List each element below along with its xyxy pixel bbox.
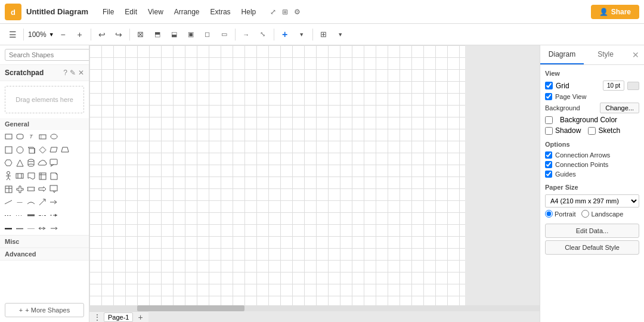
bg-color-checkbox[interactable]: [545, 116, 553, 124]
shape-callout2[interactable]: [49, 184, 58, 194]
shape-triangle[interactable]: [15, 158, 24, 168]
shape-ellipse[interactable]: [49, 132, 58, 141]
portrait-label[interactable]: Portrait: [545, 210, 575, 218]
grid-color-swatch[interactable]: [627, 82, 639, 90]
h-scrollbar-thumb[interactable]: [137, 305, 244, 311]
insert-chevron[interactable]: ▼: [294, 27, 309, 42]
waypoint-button[interactable]: ⤡: [255, 27, 271, 42]
shape-arrow3[interactable]: [49, 210, 58, 220]
shape-hexagon[interactable]: [4, 158, 13, 168]
shape-process[interactable]: [15, 171, 24, 181]
shape-dotted-line[interactable]: [15, 210, 24, 220]
shape-thick-black[interactable]: [4, 224, 13, 233]
scratchpad-help-icon[interactable]: ?: [63, 69, 67, 77]
portrait-radio[interactable]: [545, 210, 553, 218]
shape-cloud[interactable]: [38, 158, 47, 168]
fullscreen-icon[interactable]: ⤢: [268, 7, 278, 17]
delete-button[interactable]: ⊠: [133, 27, 148, 42]
format-icon[interactable]: ⊞: [280, 7, 290, 17]
menu-arrange[interactable]: Arrange: [169, 5, 205, 18]
sketch-checkbox[interactable]: [588, 127, 596, 135]
canvas-area[interactable]: ⋮ Page-1 +: [89, 45, 540, 322]
canvas-inner[interactable]: [89, 45, 540, 311]
grid-checkbox[interactable]: [545, 82, 553, 89]
shape-callout[interactable]: [49, 158, 58, 168]
landscape-radio[interactable]: [581, 210, 589, 218]
page-menu-icon[interactable]: ⋮: [93, 312, 101, 322]
shape-arrow-right[interactable]: [38, 184, 47, 194]
tab-diagram[interactable]: Diagram: [540, 45, 584, 64]
shape-bidirect[interactable]: [49, 224, 58, 233]
more-shapes-button[interactable]: + + More Shapes: [5, 303, 84, 317]
category-misc-header[interactable]: Misc: [0, 236, 89, 247]
shape-actor[interactable]: [4, 171, 13, 181]
connection-arrows-checkbox[interactable]: [545, 151, 552, 159]
scratchpad-edit-icon[interactable]: ✎: [70, 69, 76, 77]
edit-data-button[interactable]: Edit Data...: [545, 224, 639, 238]
zoom-in-button[interactable]: +: [72, 27, 88, 42]
share-button[interactable]: 👤 Share: [591, 5, 639, 19]
shape-arrow-right2[interactable]: [49, 197, 58, 207]
shape-trapezoid[interactable]: [60, 145, 70, 154]
menu-extras[interactable]: Extras: [206, 5, 236, 18]
page-tab[interactable]: Page-1: [104, 312, 133, 322]
shape-arrow-diag[interactable]: [38, 197, 47, 207]
grid-canvas[interactable]: [89, 45, 465, 311]
table-chevron[interactable]: ▼: [333, 27, 348, 42]
menu-edit[interactable]: Edit: [120, 5, 142, 18]
table-button[interactable]: ⊞: [316, 27, 332, 42]
connector-button[interactable]: →: [239, 27, 254, 42]
shadow-checkbox[interactable]: [545, 127, 553, 135]
shape-tape[interactable]: [26, 184, 36, 194]
paper-size-select[interactable]: A4 (210 mm x 297 mm): [545, 194, 639, 208]
connection-points-checkbox[interactable]: [545, 161, 552, 168]
to-back-button[interactable]: ⬓: [166, 27, 182, 42]
shape-dashed-line[interactable]: [4, 210, 13, 220]
shape-thick-line[interactable]: [26, 210, 36, 220]
shape-cylinder[interactable]: [26, 158, 36, 168]
menu-view[interactable]: View: [143, 5, 168, 18]
shape-curve[interactable]: [26, 197, 36, 207]
category-advanced-header[interactable]: Advanced: [0, 248, 89, 260]
shape-text2[interactable]: —: [15, 197, 24, 207]
fill-color-button[interactable]: ▣: [183, 27, 199, 42]
shape-dash-dot[interactable]: [38, 210, 47, 220]
shape-note[interactable]: [49, 171, 58, 181]
menu-file[interactable]: File: [98, 5, 119, 18]
redo-button[interactable]: ↪: [111, 27, 126, 42]
undo-button[interactable]: ↩: [94, 27, 110, 42]
shape-thin-line[interactable]: [26, 224, 36, 233]
shape-cross[interactable]: [15, 184, 24, 194]
shape-text[interactable]: T: [26, 132, 36, 141]
scratchpad-close-icon[interactable]: ✕: [78, 69, 84, 77]
shape-line[interactable]: [4, 197, 13, 207]
shadow-button[interactable]: ▭: [216, 27, 232, 42]
add-page-button[interactable]: +: [135, 312, 145, 322]
menu-help[interactable]: Help: [237, 5, 261, 18]
shape-document[interactable]: [26, 171, 36, 181]
shape-box3d[interactable]: [26, 145, 36, 154]
h-scrollbar[interactable]: [89, 305, 540, 311]
shape-table[interactable]: [4, 184, 13, 194]
sidebar-toggle-button[interactable]: ☰: [5, 27, 20, 42]
close-panel-button[interactable]: ✕: [627, 45, 644, 64]
to-front-button[interactable]: ⬒: [150, 27, 165, 42]
landscape-label[interactable]: Landscape: [581, 210, 623, 218]
zoom-out-button[interactable]: −: [55, 27, 71, 42]
search-input[interactable]: [5, 49, 89, 61]
line-color-button[interactable]: ◻: [200, 27, 215, 42]
settings-icon[interactable]: ⚙: [292, 7, 303, 17]
shape-rounded-rect[interactable]: [15, 132, 24, 141]
tab-style[interactable]: Style: [584, 45, 627, 64]
shape-rectangle[interactable]: [4, 132, 13, 141]
shape-arrow4[interactable]: [38, 224, 47, 233]
shape-parallelogram[interactable]: [49, 145, 58, 154]
shape-circle[interactable]: [15, 145, 24, 154]
insert-button[interactable]: +: [277, 27, 293, 42]
grid-size-input[interactable]: [603, 80, 624, 91]
shape-medium-line[interactable]: [15, 224, 24, 233]
change-background-button[interactable]: Change...: [600, 103, 639, 113]
shape-square[interactable]: [4, 145, 13, 154]
shape-internal-storage[interactable]: [38, 171, 47, 181]
guides-checkbox[interactable]: [545, 171, 552, 178]
